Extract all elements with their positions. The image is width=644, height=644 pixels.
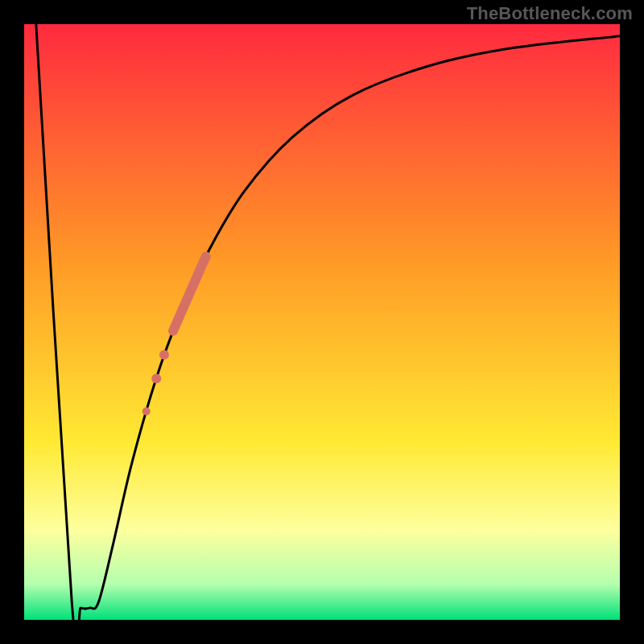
highlight-dot	[151, 374, 161, 383]
watermark-text: TheBottleneck.com	[467, 3, 633, 24]
highlight-dot	[159, 350, 169, 360]
chart-frame: TheBottleneck.com	[0, 0, 644, 644]
bottleneck-chart	[24, 24, 620, 620]
highlight-dot	[142, 407, 151, 415]
